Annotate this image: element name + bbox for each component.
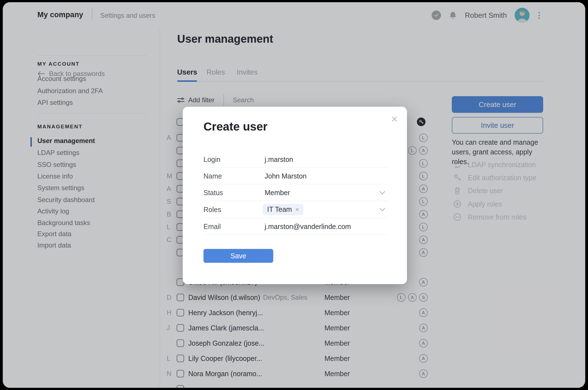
remove-role-icon[interactable]: ×: [295, 206, 299, 213]
field-email[interactable]: Email j.marston@vanderlinde.com: [203, 218, 388, 235]
app-window: My company Settings and users Robert Smi…: [3, 2, 585, 388]
field-roles[interactable]: Roles IT Team ×: [203, 201, 388, 218]
email-input[interactable]: j.marston@vanderlinde.com: [265, 222, 351, 230]
role-chip: IT Team ×: [263, 204, 303, 215]
modal-title: Create user: [203, 120, 267, 133]
create-user-modal: × Create user Login j.marston Name John …: [183, 107, 407, 284]
field-status[interactable]: Status Member: [203, 184, 388, 201]
name-input[interactable]: John Marston: [265, 172, 306, 180]
chevron-down-icon[interactable]: [380, 206, 385, 211]
login-input[interactable]: j.marston: [265, 155, 293, 163]
close-icon[interactable]: ×: [390, 112, 399, 126]
status-select[interactable]: Member: [265, 188, 290, 197]
field-name[interactable]: Name John Marston: [203, 168, 388, 184]
chevron-down-icon[interactable]: [380, 189, 385, 194]
field-login[interactable]: Login j.marston: [203, 151, 388, 168]
save-button[interactable]: Save: [203, 249, 273, 263]
